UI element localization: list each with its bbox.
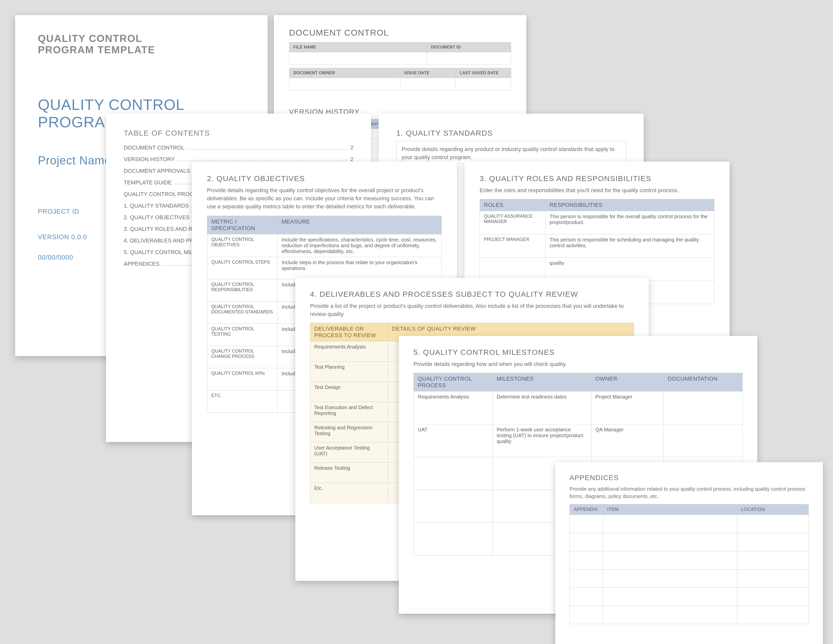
toc-item: DOCUMENT CONTROL2 — [124, 145, 354, 151]
toc-heading: TABLE OF CONTENTS — [124, 129, 354, 137]
appendices-table: APPENDIX ITEM LOCATION — [569, 504, 809, 624]
milestones-heading: 5. QUALITY CONTROL MILESTONES — [413, 348, 743, 357]
table-row: QUALITY CONTROL OBJECTIVESInclude the sp… — [207, 234, 442, 257]
deliverables-heading: 4. DELIVERABLES AND PROCESSES SUBJECT TO… — [310, 290, 634, 298]
doc-control-table-2: DOCUMENT OWNER ISSUE DATE LAST SAVED DAT… — [289, 68, 511, 90]
table-row — [570, 551, 809, 570]
table-row — [570, 570, 809, 588]
standards-intro: Provide details regarding any product or… — [396, 141, 626, 164]
roles-heading: 3. QUALITY ROLES AND RESPONSIBILITIES — [479, 174, 714, 183]
doc-control-heading: DOCUMENT CONTROL — [289, 28, 511, 38]
table-row — [570, 606, 809, 624]
doc-control-table: FILE NAME DOCUMENT ID — [289, 42, 511, 64]
standards-heading: 1. QUALITY STANDARDS — [396, 129, 626, 137]
appendices-heading: APPENDICES — [569, 474, 809, 482]
table-row — [570, 588, 809, 606]
objectives-intro: Provide details regarding the quality co… — [207, 187, 442, 211]
table-row: QUALITY CONTROL STEPSInclude steps in th… — [207, 257, 442, 279]
roles-intro: Enter the roles and responsibilities tha… — [479, 187, 714, 195]
template-title-1: QUALITY CONTROL — [38, 33, 245, 44]
table-row: QUALITY ASSURANCE MANAGERThis person is … — [480, 211, 714, 234]
table-row: PROJECT MANAGERThis person is responsibl… — [480, 234, 714, 258]
table-row — [570, 515, 809, 533]
table-row: quality — [480, 258, 714, 280]
table-row — [570, 533, 809, 551]
milestones-intro: Provide details regarding how and when y… — [413, 360, 743, 368]
page-appendices: APPENDICES Provide any additional inform… — [555, 462, 823, 644]
appendices-intro: Provide any additional information relat… — [569, 485, 809, 500]
table-row: UATPerform 1-week user acceptance testin… — [414, 424, 743, 457]
table-row: Requirements AnalysisDetermine test read… — [414, 391, 743, 424]
template-title-2: PROGRAM TEMPLATE — [38, 44, 245, 56]
objectives-heading: 2. QUALITY OBJECTIVES — [207, 174, 442, 183]
deliverables-intro: Provide a list of the project or product… — [310, 302, 634, 318]
